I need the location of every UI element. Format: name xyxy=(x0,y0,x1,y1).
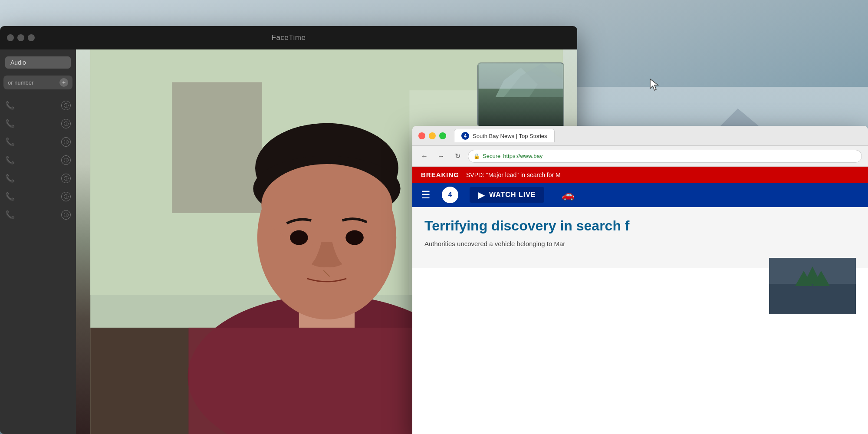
browser-minimize-button[interactable] xyxy=(429,132,436,139)
breaking-news-bar: BREAKING SVPD: "Major lead" in search fo… xyxy=(412,167,868,183)
close-button[interactable] xyxy=(7,34,14,41)
site-favicon: 4 xyxy=(461,132,469,140)
audio-tab[interactable]: Audio xyxy=(5,56,71,69)
contact-item[interactable]: 📞 ⓘ xyxy=(3,133,72,151)
maximize-button[interactable] xyxy=(28,34,35,41)
phone-icon: 📞 xyxy=(5,155,15,165)
browser-close-button[interactable] xyxy=(418,132,425,139)
info-icon[interactable]: ⓘ xyxy=(61,155,71,165)
contact-item[interactable]: 📞 ⓘ xyxy=(3,206,72,224)
breaking-label: BREAKING xyxy=(421,171,459,178)
window-controls xyxy=(7,34,35,41)
svg-point-15 xyxy=(261,164,392,246)
info-icon[interactable]: ⓘ xyxy=(61,192,71,201)
svg-rect-23 xyxy=(769,284,856,314)
self-view-preview xyxy=(477,62,564,128)
info-icon[interactable]: ⓘ xyxy=(61,137,71,147)
address-bar[interactable]: 🔒 Secure https://www.bay xyxy=(468,150,862,163)
browser-maximize-button[interactable] xyxy=(439,132,446,139)
browser-tab-active[interactable]: 4 South Bay News | Top Stories xyxy=(454,129,555,142)
phone-icon: 📞 xyxy=(5,210,15,220)
svg-point-17 xyxy=(345,230,363,245)
tab-title: South Bay News | Top Stories xyxy=(473,133,547,139)
url-text: https://www.bay xyxy=(503,153,542,159)
phone-icon: 📞 xyxy=(5,174,15,183)
play-icon: ▶ xyxy=(478,190,485,200)
news-subtext: Authorities uncovered a vehicle belongin… xyxy=(424,239,856,249)
channel-logo: 4 xyxy=(441,186,459,204)
contact-item[interactable]: 📞 ⓘ xyxy=(3,169,72,187)
phone-icon: 📞 xyxy=(5,137,15,147)
contact-list: 📞 ⓘ 📞 ⓘ 📞 ⓘ 📞 ⓘ 📞 ⓘ xyxy=(0,96,76,224)
news-thumbnail-image xyxy=(769,258,856,314)
search-placeholder: or number xyxy=(8,79,33,86)
svg-rect-7 xyxy=(172,82,262,213)
svg-point-16 xyxy=(290,230,308,245)
info-icon[interactable]: ⓘ xyxy=(61,174,71,183)
news-content-area: Terrifying discovery in search f Authori… xyxy=(412,207,868,268)
add-contact-button[interactable]: + xyxy=(59,78,68,87)
info-icon[interactable]: ⓘ xyxy=(61,101,71,110)
window-title: FaceTime xyxy=(272,33,306,42)
browser-toolbar: ← → ↻ 🔒 Secure https://www.bay xyxy=(412,146,868,167)
contact-item[interactable]: 📞 ⓘ xyxy=(3,115,72,133)
info-icon[interactable]: ⓘ xyxy=(61,210,71,220)
refresh-button[interactable]: ↻ xyxy=(451,150,464,162)
breaking-news-text: SVPD: "Major lead" in search for M xyxy=(466,171,561,178)
watch-live-label: WATCH LIVE xyxy=(489,191,536,199)
self-view-video xyxy=(478,63,563,127)
search-bar[interactable]: or number + xyxy=(3,76,72,89)
back-button[interactable]: ← xyxy=(418,150,431,162)
traffic-icon[interactable]: 🚗 xyxy=(562,189,575,201)
contact-item[interactable]: 📞 ⓘ xyxy=(3,96,72,115)
hamburger-menu-icon[interactable]: ☰ xyxy=(421,189,431,201)
thumbnail-visual xyxy=(769,258,856,314)
news-navigation: ☰ 4 ▶ WATCH LIVE 🚗 xyxy=(412,183,868,207)
phone-icon: 📞 xyxy=(5,192,15,201)
contact-item[interactable]: 📞 ⓘ xyxy=(3,151,72,169)
browser-titlebar: 4 South Bay News | Top Stories xyxy=(412,126,868,146)
phone-icon: 📞 xyxy=(5,119,15,128)
info-icon[interactable]: ⓘ xyxy=(61,119,71,128)
facetime-sidebar: Audio or number + 📞 ⓘ 📞 ⓘ 📞 ⓘ xyxy=(0,49,76,434)
browser-window: 4 South Bay News | Top Stories ← → ↻ 🔒 S… xyxy=(412,126,868,434)
forward-button[interactable]: → xyxy=(435,150,447,162)
news-headline: Terrifying discovery in search f xyxy=(424,217,856,234)
svg-rect-21 xyxy=(479,63,563,89)
minimize-button[interactable] xyxy=(17,34,24,41)
contact-item[interactable]: 📞 ⓘ xyxy=(3,187,72,206)
secure-label: Secure xyxy=(483,153,500,159)
watch-live-button[interactable]: ▶ WATCH LIVE xyxy=(470,187,544,203)
facetime-titlebar: FaceTime xyxy=(0,26,577,49)
phone-icon: 📞 xyxy=(5,101,15,110)
lock-icon: 🔒 xyxy=(473,153,480,159)
